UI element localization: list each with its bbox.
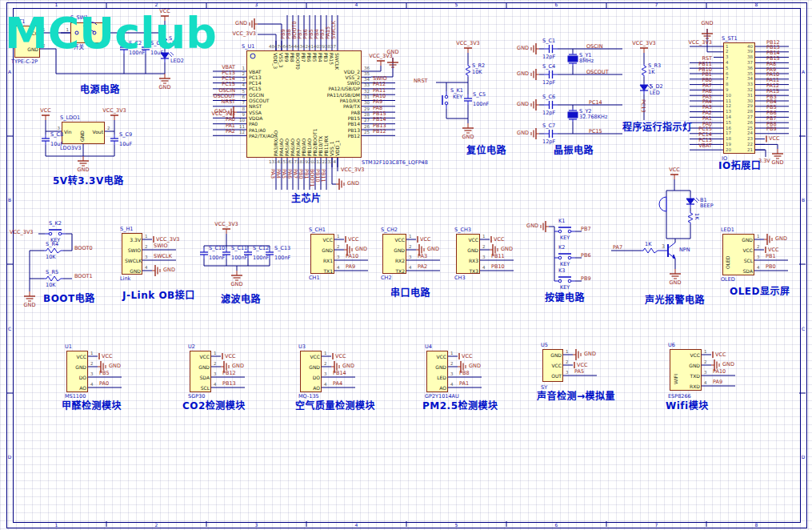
pin-name[interactable]: VCC xyxy=(546,363,562,368)
net-label-PA1[interactable]: PA1 xyxy=(459,381,469,387)
pin-number[interactable]: 2 xyxy=(450,361,454,367)
pin-number[interactable]: 31 xyxy=(364,94,370,100)
net-label-VCC[interactable]: VCC xyxy=(577,363,588,368)
pin-name[interactable]: PB8 xyxy=(290,53,295,86)
net-label-PB12[interactable]: PB12 xyxy=(373,129,386,135)
net-label-PB8[interactable]: PB8 xyxy=(459,371,470,376)
net-label-PB7[interactable]: PB7 xyxy=(581,227,591,232)
net-label-PB1[interactable]: PB1 xyxy=(303,169,309,193)
pin-number[interactable]: 2 xyxy=(107,126,110,131)
pin-name[interactable]: VSS_3 xyxy=(278,53,284,86)
npn-transistor[interactable] xyxy=(673,255,675,259)
pin-number[interactable]: 2 xyxy=(757,244,760,250)
power-port-gnd[interactable]: GND xyxy=(481,130,529,136)
key-icon[interactable] xyxy=(558,230,562,233)
value[interactable]: 12pF xyxy=(542,54,555,60)
net-label-VCC_3V3[interactable]: VCC_3V3 xyxy=(156,237,180,243)
net-label-VCC[interactable]: VCC xyxy=(715,352,726,358)
key-icon[interactable] xyxy=(568,230,571,233)
circuit-title[interactable]: 晶振电路 xyxy=(554,148,594,154)
pin-number[interactable]: 1 xyxy=(145,234,148,239)
pin-number[interactable]: 4 xyxy=(145,265,148,271)
pin-number[interactable]: 3 xyxy=(757,255,760,260)
pin-name[interactable]: VCC xyxy=(459,237,478,243)
net-label-PB6[interactable]: PB6 xyxy=(581,253,591,259)
pin-number[interactable]: 1 xyxy=(324,351,327,356)
ref-des[interactable]: U1 xyxy=(65,344,72,350)
net-label-VCC[interactable]: VCC xyxy=(335,354,346,359)
ref-des[interactable]: S_R3 xyxy=(648,63,661,69)
crystal[interactable] xyxy=(568,112,578,118)
ref-des[interactable]: S_C7 xyxy=(542,123,555,129)
circuit-title[interactable]: 程序运行指示灯 xyxy=(622,125,693,130)
pin-name[interactable]: PB15 xyxy=(312,115,360,121)
pin-number[interactable]: 3 xyxy=(482,255,486,260)
pin-number[interactable]: 28 xyxy=(364,112,370,118)
net-label-VCC_3V3[interactable]: VCC_3V3 xyxy=(214,31,256,37)
wire[interactable] xyxy=(371,66,381,71)
part-name[interactable]: CH2 xyxy=(381,275,392,281)
ref-des[interactable]: S_CH3 xyxy=(454,227,471,233)
net-label-1K[interactable]: 1K xyxy=(694,213,699,235)
pin-name[interactable]: PB11/RX xyxy=(323,121,329,156)
pin-name[interactable]: VCC xyxy=(193,354,210,359)
pin-number[interactable]: 1 xyxy=(409,234,412,239)
net-label-BEEP[interactable]: BEEP xyxy=(700,203,714,209)
power-port-gnd[interactable]: GND xyxy=(221,282,253,287)
ref-des[interactable]: K1 xyxy=(558,219,565,224)
net-label-3[interactable]: 3 xyxy=(662,244,665,250)
net-label-NRST[interactable]: NRST xyxy=(187,99,235,105)
pin-name[interactable]: NRST xyxy=(249,103,262,109)
power-port-gnd[interactable]: GND xyxy=(347,181,359,187)
pin-number[interactable]: 3 xyxy=(409,255,412,260)
pin-name[interactable]: GND xyxy=(125,268,141,274)
ref-des[interactable]: U4 xyxy=(425,344,432,350)
net-label-OSCOUT[interactable]: OSCOUT xyxy=(586,70,609,75)
inner-label[interactable]: OLED xyxy=(725,240,730,269)
pin-name[interactable]: RX2 xyxy=(386,258,405,263)
crystal[interactable] xyxy=(568,56,578,62)
power-port-gnd[interactable]: GND xyxy=(469,363,481,369)
pin-number[interactable]: 24 xyxy=(328,159,336,165)
pin-number[interactable]: 2 xyxy=(704,359,707,365)
pin-name[interactable]: PA5/AO xyxy=(284,121,290,156)
ref-des[interactable]: S_C1 xyxy=(542,38,555,44)
circuit-title[interactable]: Wifi模块 xyxy=(666,404,709,409)
pin-name[interactable]: PC13 xyxy=(249,74,261,80)
pin-name[interactable]: GND xyxy=(386,247,405,253)
led-icon[interactable] xyxy=(696,198,699,201)
part-name[interactable]: SGP30 xyxy=(188,394,205,400)
pin-name[interactable]: PB10/TX xyxy=(318,121,323,156)
pin-number[interactable]: 4 xyxy=(214,382,217,387)
pin-number[interactable]: 2 xyxy=(409,244,412,250)
ref-des[interactable]: S_C6 xyxy=(542,94,555,100)
pin-name[interactable]: LED xyxy=(430,375,446,380)
net-label-PA5[interactable]: PA5 xyxy=(281,169,286,193)
pin-name[interactable]: GND xyxy=(673,363,700,368)
net-label-PA4[interactable]: PA4 xyxy=(333,381,342,387)
net-label-VCC[interactable]: VCC xyxy=(420,237,431,243)
pin-number[interactable]: 4 xyxy=(90,382,94,387)
power-port-gnd[interactable]: GND xyxy=(722,362,734,367)
power-port-gnd[interactable]: GND xyxy=(149,85,181,90)
part-name[interactable]: TYPE-C-2P xyxy=(11,59,38,65)
pin-name[interactable]: PB5 xyxy=(312,53,318,86)
pin-name[interactable]: VCC xyxy=(70,354,86,359)
value[interactable]: 10K xyxy=(46,283,56,288)
pin-number[interactable]: 25 xyxy=(364,130,370,135)
part-name[interactable]: SY xyxy=(541,385,547,391)
circuit-title[interactable]: IO拓展口 xyxy=(718,163,761,169)
net-label-PA5[interactable]: PA5 xyxy=(574,369,584,375)
pin-name[interactable]: PA3/RX/AO xyxy=(273,121,278,156)
pin-name[interactable]: PA9/TX xyxy=(312,103,360,109)
net-label-PB5[interactable]: PB5 xyxy=(99,371,110,376)
pin-name[interactable]: TXD xyxy=(673,373,700,379)
pin-number[interactable]: 3 xyxy=(450,371,454,377)
part-name[interactable]: OLED xyxy=(721,277,735,283)
wire[interactable] xyxy=(755,144,778,149)
ref-des[interactable]: S_D2 xyxy=(650,84,663,90)
part-name[interactable]: Link xyxy=(120,276,130,282)
net-label-PB0[interactable]: PB0 xyxy=(766,264,776,270)
net-label-PA0[interactable]: PA0 xyxy=(99,381,109,387)
pin1-indicator-icon[interactable] xyxy=(250,54,255,58)
